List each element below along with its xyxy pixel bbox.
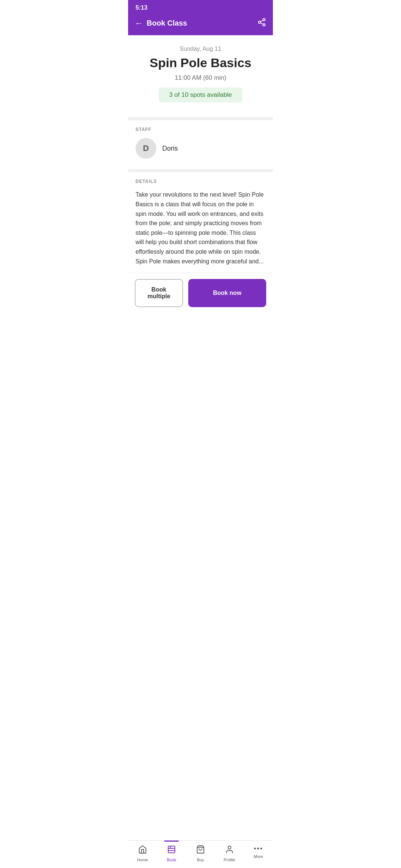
class-info-section: Sunday, Aug 11 Spin Pole Basics 11:00 AM… [128, 35, 273, 114]
header: ← Book Class [128, 14, 273, 35]
svg-line-4 [261, 20, 263, 22]
staff-row: D Doris [136, 138, 265, 159]
status-time: 5:13 [136, 4, 147, 11]
staff-avatar-initial: D [143, 144, 149, 153]
book-now-button[interactable]: Book now [188, 279, 266, 307]
book-multiple-button[interactable]: Book multiple [135, 279, 183, 307]
share-button[interactable] [257, 18, 266, 29]
book-buttons-row: Book multiple Book now [128, 273, 273, 313]
staff-section-label: STAFF [136, 127, 265, 132]
back-button[interactable]: ← [135, 19, 143, 28]
class-time: 11:00 AM (60 min) [136, 74, 265, 82]
details-section-label: DETAILS [136, 179, 265, 184]
status-bar: 5:13 [128, 0, 273, 14]
staff-section: STAFF D Doris [128, 120, 273, 165]
section-divider-2 [128, 169, 273, 172]
details-section: DETAILS Take your revolutions to the nex… [128, 172, 273, 273]
header-left: ← Book Class [135, 19, 187, 28]
details-description: Take your revolutions to the next level!… [136, 190, 265, 266]
spots-available-badge: 3 of 10 spots available [159, 88, 242, 102]
staff-name: Doris [162, 145, 178, 152]
class-name: Spin Pole Basics [136, 56, 265, 70]
page-title: Book Class [147, 19, 187, 27]
staff-avatar: D [136, 138, 156, 159]
class-date: Sunday, Aug 11 [136, 46, 265, 52]
section-divider [128, 117, 273, 120]
svg-line-3 [261, 23, 263, 24]
